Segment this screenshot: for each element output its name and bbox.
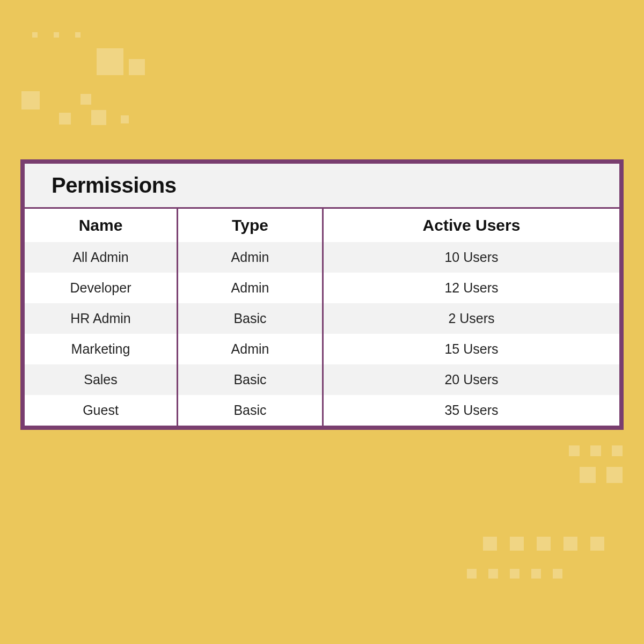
cell-active-users: 10 Users — [324, 242, 619, 273]
cell-type: Admin — [178, 242, 324, 273]
cell-active-users: 35 Users — [324, 395, 619, 426]
cell-active-users: 12 Users — [324, 273, 619, 303]
table-row[interactable]: All Admin Admin 10 Users — [25, 242, 619, 273]
cell-name: Marketing — [25, 334, 178, 364]
cell-name: Developer — [25, 273, 178, 303]
cell-name: HR Admin — [25, 303, 178, 334]
column-header-name[interactable]: Name — [25, 209, 178, 242]
cell-type: Basic — [178, 395, 324, 426]
column-headers-row: Name Type Active Users — [25, 209, 619, 242]
cell-active-users: 2 Users — [324, 303, 619, 334]
cell-active-users: 20 Users — [324, 364, 619, 395]
table-row[interactable]: Guest Basic 35 Users — [25, 395, 619, 426]
cell-type: Admin — [178, 334, 324, 364]
panel-header: Permissions — [25, 164, 619, 209]
table-body: All Admin Admin 10 Users Developer Admin… — [25, 242, 619, 426]
cell-type: Basic — [178, 364, 324, 395]
permissions-panel: Permissions Name Type Active Users All A… — [20, 159, 624, 430]
table-row[interactable]: Marketing Admin 15 Users — [25, 334, 619, 364]
cell-name: All Admin — [25, 242, 178, 273]
table-row[interactable]: Sales Basic 20 Users — [25, 364, 619, 395]
cell-type: Basic — [178, 303, 324, 334]
cell-type: Admin — [178, 273, 324, 303]
column-header-type[interactable]: Type — [178, 209, 324, 242]
cell-active-users: 15 Users — [324, 334, 619, 364]
cell-name: Sales — [25, 364, 178, 395]
column-header-active-users[interactable]: Active Users — [324, 209, 619, 242]
table-row[interactable]: HR Admin Basic 2 Users — [25, 303, 619, 334]
table-row[interactable]: Developer Admin 12 Users — [25, 273, 619, 303]
panel-title: Permissions — [52, 173, 598, 197]
cell-name: Guest — [25, 395, 178, 426]
